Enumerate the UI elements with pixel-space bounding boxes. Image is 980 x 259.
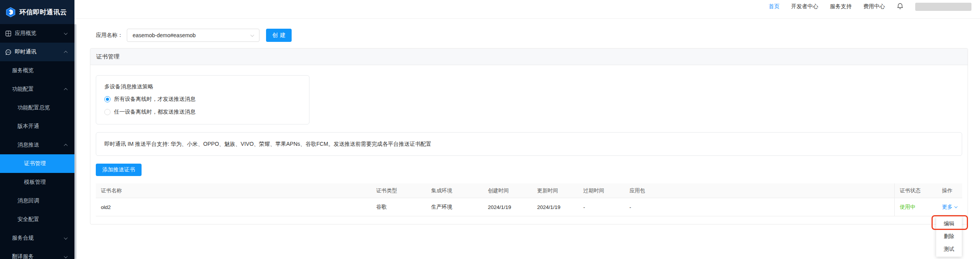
sidebar-item-app-overview[interactable]: 应用概览 xyxy=(0,24,74,43)
radio-label: 任一设备离线时，都发送推送消息 xyxy=(114,109,195,116)
sidebar-item-label: 即时通讯 xyxy=(15,48,36,55)
chevron-up-icon xyxy=(64,88,68,92)
col-status: 证书状态 xyxy=(894,183,937,198)
sidebar-item-label: 功能配置 xyxy=(12,86,34,93)
sidebar-item-label: 消息推送 xyxy=(17,142,39,148)
cert-management-panel: 证书管理 多设备消息推送策略 所有设备离线时，才发送推送消息 任一设备离线时，都… xyxy=(90,48,968,224)
panel-title: 证书管理 xyxy=(96,53,119,60)
notice-text: 即时通讯 IM 推送平台支持: 华为、小米、OPPO、魅族、VIVO、荣耀、苹果… xyxy=(104,141,431,148)
add-push-cert-button[interactable]: 添加推送证书 xyxy=(96,164,142,176)
multi-device-policy-card: 多设备消息推送策略 所有设备离线时，才发送推送消息 任一设备离线时，都发送推送消… xyxy=(96,75,309,124)
sidebar-item-service-compliance[interactable]: 服务合规 xyxy=(0,229,74,247)
policy-title: 多设备消息推送策略 xyxy=(104,83,309,90)
sidebar-item-label: 版本开通 xyxy=(17,123,39,130)
sidebar-item-message-callback[interactable]: 消息回调 xyxy=(0,192,74,210)
sidebar-item-label: 应用概览 xyxy=(15,30,36,37)
dropdown-item-test[interactable]: 测试 xyxy=(936,243,962,256)
user-account-redacted[interactable] xyxy=(915,3,971,11)
nav-link-home[interactable]: 首页 xyxy=(769,3,780,10)
col-created: 创建时间 xyxy=(483,187,532,194)
cell-package: - xyxy=(624,204,894,210)
sidebar-item-cert-management[interactable]: 证书管理 xyxy=(0,154,74,173)
status-badge: 使用中 xyxy=(900,204,916,211)
cell-updated: 2024/1/19 xyxy=(532,204,578,210)
sidebar-item-feature-config[interactable]: 功能配置 xyxy=(0,80,74,98)
nav-link-service-support[interactable]: 服务支持 xyxy=(830,3,852,10)
dropdown-item-edit[interactable]: 编辑 xyxy=(936,217,962,230)
chevron-down-icon xyxy=(251,33,254,37)
app-selector-row: 应用名称： easemob-demo#easemob 创建 xyxy=(74,19,980,42)
policy-option-any-offline[interactable]: 任一设备离线时，都发送推送消息 xyxy=(104,108,309,116)
col-actions: 操作 xyxy=(937,187,962,194)
cell-status: 使用中 xyxy=(894,198,937,216)
cell-cert-type: 谷歌 xyxy=(371,204,426,211)
main-area: 首页 开发者中心 服务支持 费用中心 应用名称： easemob-demo#ea… xyxy=(74,0,980,259)
nav-link-developer-center[interactable]: 开发者中心 xyxy=(791,3,818,10)
more-actions-link[interactable]: 更多 xyxy=(942,204,957,211)
chevron-down-icon xyxy=(64,31,68,35)
sidebar-item-label: 翻译服务 xyxy=(12,253,34,259)
cell-actions: 更多 xyxy=(937,204,962,211)
nav-link-billing-center[interactable]: 费用中心 xyxy=(863,3,885,10)
sidebar-item-version-activation[interactable]: 版本开通 xyxy=(0,117,74,136)
sidebar-item-security-config[interactable]: 安全配置 xyxy=(0,210,74,229)
platform-support-notice: 即时通讯 IM 推送平台支持: 华为、小米、OPPO、魅族、VIVO、荣耀、苹果… xyxy=(96,132,962,156)
col-cert-name: 证书名称 xyxy=(96,187,371,194)
cell-cert-name: old2 xyxy=(96,204,371,210)
sidebar-item-label: 消息回调 xyxy=(17,197,39,204)
panel-header: 证书管理 xyxy=(90,48,968,65)
create-app-button[interactable]: 创建 xyxy=(266,29,292,42)
chevron-up-icon xyxy=(64,143,68,147)
app-select[interactable]: easemob-demo#easemob xyxy=(127,29,259,42)
top-nav: 首页 开发者中心 服务支持 费用中心 xyxy=(74,0,980,19)
col-env: 集成环境 xyxy=(426,187,483,194)
brand-logo: 环信即时通讯云 xyxy=(0,0,74,24)
sidebar: 环信即时通讯云 应用概览 即时通讯 服务概览 功能配置 功能配置总览 版本开通 … xyxy=(0,0,74,259)
cell-expires: - xyxy=(578,204,624,210)
col-expires: 过期时间 xyxy=(578,187,624,194)
sidebar-item-label: 服务概览 xyxy=(12,67,34,74)
sidebar-item-template-management[interactable]: 模板管理 xyxy=(0,173,74,192)
cert-table: 证书名称 证书类型 集成环境 创建时间 更新时间 过期时间 应用包 证书状态 操… xyxy=(96,183,962,216)
chevron-up-icon xyxy=(64,50,68,54)
col-package: 应用包 xyxy=(624,187,894,194)
radio-button[interactable] xyxy=(104,96,111,102)
notification-bell-icon[interactable] xyxy=(897,3,904,10)
sidebar-scrollbar[interactable] xyxy=(74,24,76,259)
panel-body: 多设备消息推送策略 所有设备离线时，才发送推送消息 任一设备离线时，都发送推送消… xyxy=(90,65,968,224)
sidebar-item-feature-config-overview[interactable]: 功能配置总览 xyxy=(0,98,74,117)
cell-created: 2024/1/19 xyxy=(483,204,532,210)
app-name-label: 应用名称： xyxy=(96,32,123,39)
sidebar-item-label: 证书管理 xyxy=(24,160,46,167)
chevron-down-icon xyxy=(64,236,68,240)
sidebar-item-service-overview[interactable]: 服务概览 xyxy=(0,61,74,80)
app-grid-icon xyxy=(5,31,11,36)
sidebar-item-message-push[interactable]: 消息推送 xyxy=(0,136,74,154)
policy-option-all-offline[interactable]: 所有设备离线时，才发送推送消息 xyxy=(104,95,309,103)
chevron-down-icon xyxy=(954,205,958,208)
sidebar-item-label: 服务合规 xyxy=(12,235,34,242)
cell-env: 生产环境 xyxy=(426,204,483,211)
sidebar-item-label: 模板管理 xyxy=(24,179,46,186)
sidebar-item-label: 安全配置 xyxy=(17,216,39,223)
more-label: 更多 xyxy=(942,204,952,211)
chevron-down-icon xyxy=(64,254,68,258)
chat-bubble-icon xyxy=(5,49,11,55)
dropdown-item-delete[interactable]: 删除 xyxy=(936,230,962,243)
hexagon-logo-icon xyxy=(5,7,16,17)
brand-title: 环信即时通讯云 xyxy=(19,8,67,17)
sidebar-item-label: 功能配置总览 xyxy=(17,104,50,111)
more-actions-dropdown: 编辑 删除 测试 xyxy=(936,216,962,257)
table-header-row: 证书名称 证书类型 集成环境 创建时间 更新时间 过期时间 应用包 证书状态 操… xyxy=(96,183,962,198)
radio-button[interactable] xyxy=(104,109,111,115)
col-cert-type: 证书类型 xyxy=(371,187,426,194)
app-select-value: easemob-demo#easemob xyxy=(133,32,196,38)
radio-label: 所有设备离线时，才发送推送消息 xyxy=(114,96,195,103)
table-row: old2 谷歌 生产环境 2024/1/19 2024/1/19 - - 使用中… xyxy=(96,198,962,216)
col-updated: 更新时间 xyxy=(532,187,578,194)
sidebar-item-im[interactable]: 即时通讯 xyxy=(0,43,74,61)
sidebar-item-translation-service[interactable]: 翻译服务 xyxy=(0,247,74,259)
